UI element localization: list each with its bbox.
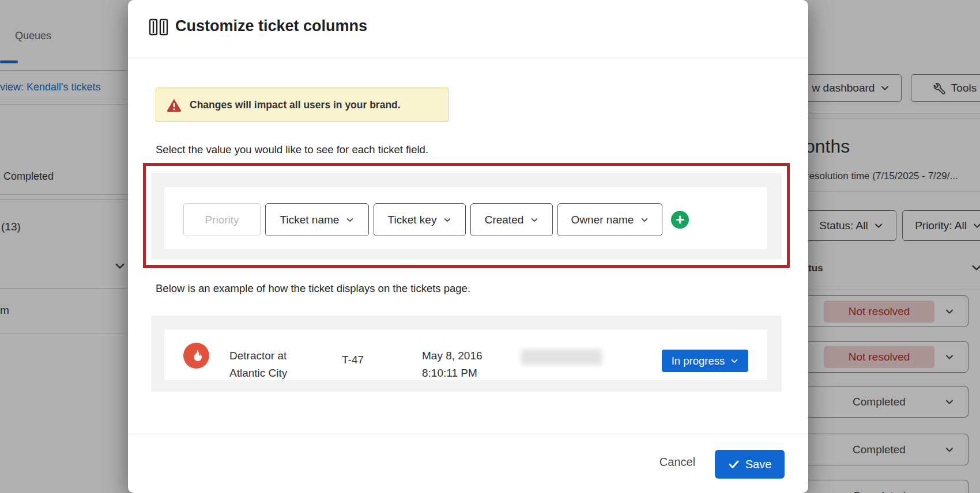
ticket-created-line2: 8:10:11 PM	[422, 365, 483, 382]
owner-name-dropdown[interactable]: Owner name	[557, 203, 662, 236]
ticket-name-dropdown[interactable]: Ticket name	[265, 203, 369, 236]
priority-badge	[183, 343, 209, 369]
field-picker-row: Priority Ticket name Ticket key Created …	[183, 203, 689, 236]
ticket-created-line1: May 8, 2016	[422, 347, 483, 365]
ticket-name-line2: Atlantic City	[229, 365, 287, 382]
chevron-down-icon	[346, 216, 354, 224]
created-dropdown[interactable]: Created	[470, 203, 553, 236]
dropdown-label: Ticket name	[280, 214, 340, 226]
warning-icon	[167, 98, 182, 112]
ticket-created-cell: May 8, 2016 8:10:11 PM	[422, 347, 483, 382]
select-instruction: Select the value you would like to see f…	[156, 143, 428, 156]
chevron-down-icon	[530, 216, 538, 224]
divider	[128, 434, 808, 434]
app-screen: Queues view: Kendall's tickets Completed…	[0, 0, 980, 493]
ticket-name-line1: Detractor at	[229, 347, 287, 365]
priority-field-button[interactable]: Priority	[183, 203, 261, 236]
columns-icon	[149, 18, 168, 36]
owner-name-redacted	[521, 349, 602, 365]
checkmark-icon	[728, 458, 740, 470]
dropdown-label: Owner name	[571, 214, 634, 226]
plus-icon: +	[676, 211, 684, 228]
ticket-key-cell: T-47	[342, 351, 364, 369]
dropdown-label: Created	[485, 214, 524, 226]
divider	[128, 58, 808, 58]
dialog-header: Customize ticket columns	[128, 0, 808, 58]
chevron-down-icon	[730, 357, 738, 365]
chevron-down-icon	[640, 216, 649, 224]
ticket-status-label: In progress	[672, 355, 725, 367]
dialog-title: Customize ticket columns	[175, 17, 367, 35]
add-column-button[interactable]: +	[671, 211, 689, 229]
save-button[interactable]: Save	[715, 450, 785, 479]
customize-ticket-columns-dialog: Customize ticket columns Changes will im…	[128, 0, 808, 493]
ticket-name-cell: Detractor at Atlantic City	[229, 347, 287, 382]
dropdown-label: Ticket key	[388, 214, 437, 226]
ticket-key-dropdown[interactable]: Ticket key	[374, 203, 466, 236]
flame-icon	[189, 348, 204, 363]
warning-banner: Changes will impact all users in your br…	[156, 88, 448, 122]
chevron-down-icon	[443, 216, 451, 224]
save-button-label: Save	[745, 458, 772, 471]
ticket-status-dropdown[interactable]: In progress	[662, 350, 748, 372]
cancel-button[interactable]: Cancel	[646, 456, 709, 469]
warning-text: Changes will impact all users in your br…	[190, 99, 401, 111]
example-instruction: Below is an example of how the ticket di…	[156, 282, 470, 295]
